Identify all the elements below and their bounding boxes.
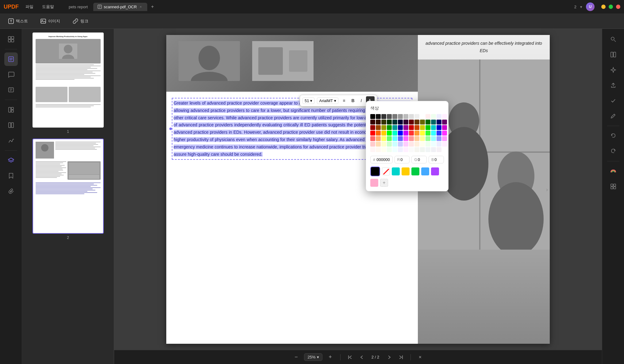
sidebar-organize-icon[interactable] [4, 103, 18, 117]
right-undo-icon[interactable] [607, 129, 620, 143]
color-cell[interactable] [392, 120, 397, 125]
color-cell[interactable] [376, 125, 381, 130]
color-cell[interactable] [392, 136, 397, 141]
color-cell[interactable] [426, 114, 430, 119]
right-rainbow-icon[interactable] [607, 164, 620, 178]
color-cell[interactable] [420, 136, 425, 141]
color-cell[interactable] [431, 147, 436, 152]
color-cell[interactable] [414, 136, 419, 141]
color-cell[interactable] [442, 131, 447, 136]
color-cell[interactable] [381, 147, 386, 152]
tab-pets-report[interactable]: pets report [64, 3, 92, 11]
color-cell[interactable] [370, 120, 375, 125]
italic-button[interactable]: I [359, 97, 364, 104]
prev-page-button[interactable] [358, 353, 366, 361]
color-cell[interactable] [398, 120, 403, 125]
color-cell[interactable] [414, 114, 419, 119]
color-cell[interactable] [376, 131, 381, 136]
color-cell[interactable] [387, 125, 392, 130]
color-cell[interactable] [409, 114, 414, 119]
g-input-field[interactable]: G 0 [411, 156, 427, 163]
color-cell[interactable] [370, 142, 375, 147]
color-cell[interactable] [392, 114, 397, 119]
color-cell[interactable] [392, 125, 397, 130]
color-cell[interactable] [398, 136, 403, 141]
color-cell[interactable] [426, 147, 430, 152]
close-window-button[interactable] [616, 5, 620, 9]
color-cell[interactable] [403, 114, 408, 119]
right-ocr-icon[interactable] [607, 48, 620, 61]
color-cell[interactable] [387, 136, 392, 141]
sidebar-comment-icon[interactable] [4, 68, 18, 81]
color-cell[interactable] [370, 125, 375, 130]
maximize-button[interactable] [609, 5, 613, 9]
color-cell[interactable] [381, 125, 386, 130]
right-ai-icon[interactable] [607, 63, 620, 77]
color-cell[interactable] [431, 114, 436, 119]
sidebar-thumbnail-icon[interactable] [4, 33, 18, 46]
first-page-button[interactable] [346, 353, 354, 361]
color-cell[interactable] [398, 147, 403, 152]
right-edit-icon[interactable] [607, 109, 620, 123]
text-tool-button[interactable]: T 텍스트 [5, 16, 31, 26]
color-cell[interactable] [398, 142, 403, 147]
selected-black-swatch[interactable] [370, 167, 380, 176]
color-cell[interactable] [392, 142, 397, 147]
sidebar-edit-icon[interactable] [4, 52, 18, 66]
image-tool-button[interactable]: 이미지 [37, 16, 63, 26]
color-cell[interactable] [442, 125, 447, 130]
color-cell[interactable] [376, 142, 381, 147]
r-input-field[interactable]: R 0 [395, 156, 410, 163]
font-name-select[interactable]: ArialMT ▾ [317, 98, 338, 104]
color-cell[interactable] [437, 125, 441, 130]
color-cell[interactable] [392, 147, 397, 152]
expand-right-arrow[interactable]: › [546, 186, 548, 193]
user-avatar[interactable]: U [586, 2, 595, 11]
color-cell[interactable] [381, 131, 386, 136]
color-cell[interactable] [437, 136, 441, 141]
last-page-button[interactable] [397, 353, 405, 361]
color-cell[interactable] [437, 147, 441, 152]
color-cell[interactable] [409, 125, 414, 130]
thumbnail-page-2[interactable]: 2 [26, 139, 110, 240]
color-cell[interactable] [431, 142, 436, 147]
color-cell[interactable] [426, 125, 430, 130]
color-cell[interactable] [426, 131, 430, 136]
sidebar-ocr-icon[interactable] [4, 118, 18, 132]
tab-add-button[interactable]: + [148, 3, 156, 11]
color-cell[interactable] [431, 125, 436, 130]
color-cell[interactable] [409, 131, 414, 136]
color-cell[interactable] [381, 114, 386, 119]
color-cell[interactable] [414, 131, 419, 136]
color-cell[interactable] [442, 136, 447, 141]
color-cell[interactable] [392, 131, 397, 136]
color-cell[interactable] [387, 142, 392, 147]
color-cell[interactable] [403, 147, 408, 152]
color-cell[interactable] [376, 114, 381, 119]
color-cell[interactable] [376, 120, 381, 125]
light-blue-swatch[interactable] [421, 167, 429, 175]
right-search-icon[interactable] [607, 33, 620, 46]
hex-input-field[interactable]: # 000000 [370, 156, 393, 163]
right-check-icon[interactable] [607, 94, 620, 107]
font-size-select[interactable]: 51 ▾ [302, 98, 314, 104]
color-cell[interactable] [420, 142, 425, 147]
no-color-swatch[interactable] [382, 167, 390, 175]
color-cell[interactable] [414, 125, 419, 130]
color-cell[interactable] [431, 131, 436, 136]
sidebar-bookmark-icon[interactable] [4, 169, 18, 182]
color-cell[interactable] [370, 147, 375, 152]
color-cell[interactable] [420, 120, 425, 125]
menu-help[interactable]: 도움말 [40, 3, 56, 11]
color-cell[interactable] [426, 120, 430, 125]
color-cell[interactable] [414, 142, 419, 147]
color-cell[interactable] [387, 120, 392, 125]
color-cell[interactable] [409, 142, 414, 147]
link-tool-button[interactable]: 링크 [69, 16, 91, 26]
color-cell[interactable] [370, 114, 375, 119]
right-grid-icon[interactable] [607, 180, 620, 193]
color-cell[interactable] [403, 131, 408, 136]
color-cell[interactable] [414, 147, 419, 152]
zoom-in-button[interactable]: + [326, 353, 335, 362]
color-cell[interactable] [381, 136, 386, 141]
